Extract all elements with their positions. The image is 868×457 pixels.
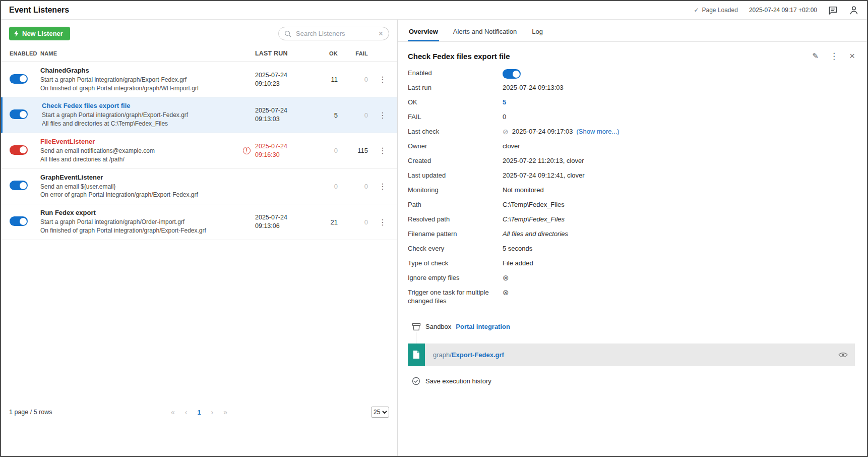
- tab-log[interactable]: Log: [531, 23, 544, 41]
- next-page-icon[interactable]: ›: [211, 408, 214, 416]
- page-status-label: Page Loaded: [702, 7, 737, 14]
- graph-path-prefix: graph/: [433, 351, 452, 359]
- search-box: ×: [278, 27, 389, 40]
- field-label: Resolved path: [408, 215, 503, 224]
- field-row-path: Path C:\Temp\Fedex_Files: [408, 201, 855, 215]
- listener-bolt-icon: [14, 30, 19, 37]
- fail-count: 0: [338, 111, 368, 119]
- listener-rows: ChainedGraphs Start a graph Portal integ…: [1, 62, 397, 240]
- detail-header: Check Fedex files export file ✎ ⋮ ×: [408, 50, 855, 62]
- fail-count: 0: [338, 76, 368, 83]
- field-row-monitoring: Monitoring Not monitored: [408, 186, 855, 201]
- search-input[interactable]: [295, 29, 375, 38]
- ok-count-link[interactable]: 5: [503, 98, 506, 107]
- list-item-selected[interactable]: Check Fedex files export file Start a gr…: [1, 97, 397, 133]
- listener-name: FileEventListener: [40, 138, 251, 145]
- listener-task: Send an email notifications@example.com: [40, 147, 251, 155]
- row-menu-icon[interactable]: ⋮: [379, 75, 387, 84]
- last-run-date: 2025-07-24: [255, 106, 287, 115]
- graph-file-card[interactable]: graph/Export-Fedex.grf: [408, 344, 855, 366]
- sandbox-icon: [412, 323, 421, 331]
- fail-count: 0: [338, 218, 368, 226]
- show-more-link[interactable]: (Show more...): [576, 128, 619, 136]
- current-page[interactable]: 1: [197, 409, 201, 416]
- field-row-created: Created 2025-07-22 11:20:13, clover: [408, 157, 855, 172]
- sandbox-link[interactable]: Portal integration: [456, 323, 510, 330]
- list-footer: 1 page / 5 rows « ‹ 1 › » 25: [1, 402, 397, 423]
- field-label: FAIL: [408, 113, 503, 122]
- field-row-type-of-check: Type of check File added: [408, 259, 855, 274]
- ok-count: 11: [315, 76, 338, 83]
- new-listener-button[interactable]: New Listener: [9, 27, 70, 40]
- feedback-icon[interactable]: [828, 6, 838, 15]
- row-menu-icon[interactable]: ⋮: [379, 218, 387, 226]
- list-item[interactable]: Run Fedex export Start a graph Portal in…: [1, 204, 397, 240]
- field-label: Check every: [408, 245, 503, 253]
- eye-icon[interactable]: [838, 352, 848, 358]
- connector-line: [416, 332, 416, 344]
- last-run-time: 09:13:06: [255, 222, 287, 231]
- column-header-ok: OK: [315, 50, 338, 56]
- row-menu-icon[interactable]: ⋮: [379, 111, 387, 120]
- graph-file-link[interactable]: Export-Fedex.grf: [452, 351, 504, 359]
- table-header: ENABLED NAME LAST RUN OK FAIL: [1, 46, 397, 62]
- edit-icon[interactable]: ✎: [812, 51, 819, 61]
- detail-menu-icon[interactable]: ⋮: [830, 51, 838, 62]
- listener-task: Send an email ${user.email}: [40, 183, 251, 191]
- field-label: Created: [408, 157, 503, 165]
- list-item[interactable]: ChainedGraphs Start a graph Portal integ…: [1, 62, 397, 98]
- detail-enabled-toggle[interactable]: [503, 69, 521, 79]
- field-row-last-run: Last run 2025-07-24 09:13:03: [408, 84, 855, 98]
- listener-name: Check Fedex files export file: [42, 102, 251, 109]
- enabled-toggle[interactable]: [10, 109, 28, 119]
- listener-trigger: On finished of graph Portal integration/…: [40, 84, 251, 93]
- field-value: C:\Temp\Fedex_Files: [503, 201, 565, 209]
- enabled-toggle[interactable]: [10, 181, 28, 190]
- field-row-trigger-one-task: Trigger one task for multiple changed fi…: [408, 289, 855, 306]
- detail-fields: Enabled Last run 2025-07-24 09:13:03 OK …: [408, 69, 855, 306]
- column-header-last-run: LAST RUN: [255, 49, 315, 58]
- tab-overview[interactable]: Overview: [408, 23, 439, 41]
- close-icon[interactable]: ×: [849, 50, 855, 62]
- last-run-date: 2025-07-24: [255, 213, 287, 222]
- field-value: 5 seconds: [503, 245, 532, 253]
- page-size-select[interactable]: 25: [371, 407, 389, 418]
- field-label: OK: [408, 98, 503, 107]
- topbar: Event Listeners ✓ Page Loaded 2025-07-24…: [1, 1, 867, 20]
- row-menu-icon[interactable]: ⋮: [379, 182, 387, 191]
- enabled-toggle[interactable]: [10, 145, 28, 155]
- user-icon[interactable]: [849, 5, 859, 15]
- listener-task: Start a graph Portal integration/graph/O…: [40, 218, 251, 226]
- field-row-last-check: Last check ⊘ 2025-07-24 09:17:03 (Show m…: [408, 128, 855, 142]
- field-label: Filename pattern: [408, 230, 503, 239]
- listener-trigger: On finished of graph Portal integration/…: [40, 226, 251, 235]
- field-value: 2025-07-24 09:13:03: [503, 84, 564, 92]
- save-history-row: Save execution history: [412, 377, 855, 385]
- first-page-icon[interactable]: «: [171, 408, 175, 416]
- field-value: All files and directories: [503, 230, 568, 239]
- listener-trigger: All files and directories at C:\Temp\Fed…: [42, 120, 251, 128]
- prev-page-icon[interactable]: ‹: [185, 408, 188, 416]
- clear-search-icon[interactable]: ×: [379, 30, 383, 38]
- fail-count: 0: [338, 183, 368, 190]
- field-label: Last updated: [408, 172, 503, 180]
- list-item[interactable]: GraphEventListener Send an email ${user.…: [1, 169, 397, 205]
- field-row-check-every: Check every 5 seconds: [408, 245, 855, 259]
- last-page-icon[interactable]: »: [223, 408, 227, 416]
- last-check-value: 2025-07-24 09:17:03: [512, 128, 573, 136]
- listener-task: Start a graph Portal integration/graph/E…: [40, 76, 251, 84]
- save-history-label: Save execution history: [425, 377, 491, 385]
- tab-alerts-and-notification[interactable]: Alerts and Notification: [452, 23, 518, 41]
- enabled-toggle[interactable]: [10, 74, 28, 84]
- check-circle-icon: [412, 377, 420, 385]
- field-value: 2025-07-24 09:12:41, clover: [503, 172, 585, 180]
- detail-title: Check Fedex files export file: [408, 52, 510, 61]
- field-value: File added: [503, 259, 533, 268]
- field-value: C:\Temp\Fedex_Files: [503, 215, 565, 224]
- enabled-toggle[interactable]: [10, 216, 28, 226]
- list-item-error[interactable]: FileEventListener Send an email notifica…: [1, 133, 397, 169]
- row-menu-icon[interactable]: ⋮: [379, 146, 387, 155]
- rows-summary: 1 page / 5 rows: [9, 409, 52, 416]
- column-header-fail: FAIL: [338, 50, 368, 56]
- server-time: 2025-07-24 09:17 +02:00: [749, 7, 817, 14]
